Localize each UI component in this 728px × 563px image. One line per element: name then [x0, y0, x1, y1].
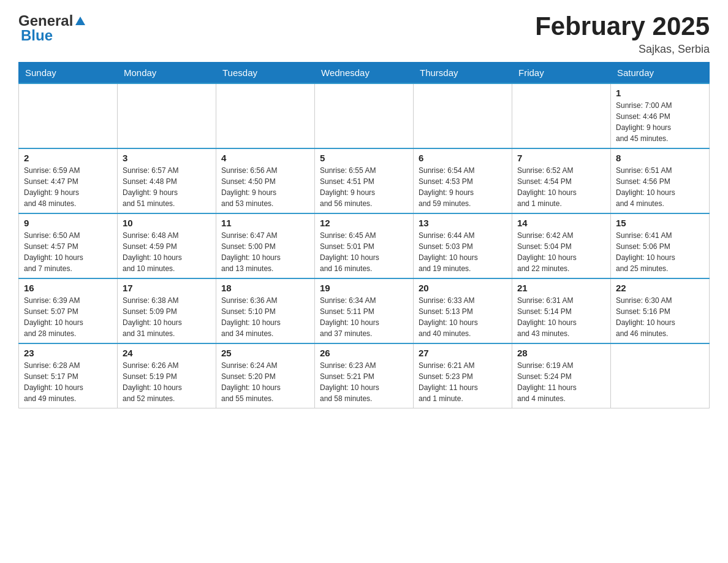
day-header-tuesday: Tuesday	[216, 63, 315, 84]
calendar-day-cell: 22Sunrise: 6:30 AM Sunset: 5:16 PM Dayli…	[611, 278, 710, 343]
day-header-friday: Friday	[512, 63, 611, 84]
day-number: 12	[320, 218, 408, 228]
day-number: 11	[221, 218, 309, 228]
day-number: 9	[24, 218, 112, 228]
day-number: 6	[419, 153, 507, 163]
day-number: 4	[221, 153, 309, 163]
calendar-day-cell: 23Sunrise: 6:28 AM Sunset: 5:17 PM Dayli…	[19, 343, 118, 408]
day-info: Sunrise: 6:59 AM Sunset: 4:47 PM Dayligh…	[24, 165, 112, 209]
calendar-day-cell: 15Sunrise: 6:41 AM Sunset: 5:06 PM Dayli…	[611, 213, 710, 278]
calendar-table: SundayMondayTuesdayWednesdayThursdayFrid…	[18, 62, 710, 408]
page-header: General Blue February 2025 Sajkas, Serbi…	[18, 12, 710, 56]
day-number: 5	[320, 153, 408, 163]
day-info: Sunrise: 6:19 AM Sunset: 5:24 PM Dayligh…	[517, 360, 605, 404]
day-number: 16	[24, 283, 112, 293]
day-header-wednesday: Wednesday	[315, 63, 414, 84]
day-info: Sunrise: 6:56 AM Sunset: 4:50 PM Dayligh…	[221, 165, 309, 209]
calendar-day-cell: 14Sunrise: 6:42 AM Sunset: 5:04 PM Dayli…	[512, 213, 611, 278]
calendar-subtitle: Sajkas, Serbia	[535, 43, 710, 56]
day-number: 17	[123, 283, 211, 293]
day-info: Sunrise: 6:26 AM Sunset: 5:19 PM Dayligh…	[123, 360, 211, 404]
day-info: Sunrise: 6:52 AM Sunset: 4:54 PM Dayligh…	[517, 165, 605, 209]
day-info: Sunrise: 6:34 AM Sunset: 5:11 PM Dayligh…	[320, 295, 408, 339]
day-info: Sunrise: 6:42 AM Sunset: 5:04 PM Dayligh…	[517, 230, 605, 274]
calendar-day-cell: 18Sunrise: 6:36 AM Sunset: 5:10 PM Dayli…	[216, 278, 315, 343]
day-info: Sunrise: 6:38 AM Sunset: 5:09 PM Dayligh…	[123, 295, 211, 339]
day-info: Sunrise: 6:51 AM Sunset: 4:56 PM Dayligh…	[616, 165, 704, 209]
calendar-day-cell: 13Sunrise: 6:44 AM Sunset: 5:03 PM Dayli…	[414, 213, 512, 278]
day-number: 19	[320, 283, 408, 293]
logo-blue-text: Blue	[21, 27, 53, 44]
day-number: 23	[24, 348, 112, 358]
calendar-week-row: 1Sunrise: 7:00 AM Sunset: 4:46 PM Daylig…	[19, 83, 710, 148]
calendar-day-cell: 19Sunrise: 6:34 AM Sunset: 5:11 PM Dayli…	[315, 278, 414, 343]
day-info: Sunrise: 6:54 AM Sunset: 4:53 PM Dayligh…	[419, 165, 507, 209]
day-number: 25	[221, 348, 309, 358]
calendar-day-cell	[414, 83, 512, 148]
day-number: 24	[123, 348, 211, 358]
day-header-sunday: Sunday	[19, 63, 118, 84]
calendar-week-row: 2Sunrise: 6:59 AM Sunset: 4:47 PM Daylig…	[19, 148, 710, 213]
day-info: Sunrise: 6:23 AM Sunset: 5:21 PM Dayligh…	[320, 360, 408, 404]
calendar-day-cell: 9Sunrise: 6:50 AM Sunset: 4:57 PM Daylig…	[19, 213, 118, 278]
day-number: 8	[616, 153, 704, 163]
day-info: Sunrise: 6:33 AM Sunset: 5:13 PM Dayligh…	[419, 295, 507, 339]
day-info: Sunrise: 6:21 AM Sunset: 5:23 PM Dayligh…	[419, 360, 507, 404]
calendar-header-row: SundayMondayTuesdayWednesdayThursdayFrid…	[19, 63, 710, 84]
day-number: 1	[616, 88, 704, 98]
day-info: Sunrise: 6:39 AM Sunset: 5:07 PM Dayligh…	[24, 295, 112, 339]
calendar-day-cell: 16Sunrise: 6:39 AM Sunset: 5:07 PM Dayli…	[19, 278, 118, 343]
day-info: Sunrise: 6:45 AM Sunset: 5:01 PM Dayligh…	[320, 230, 408, 274]
calendar-day-cell	[512, 83, 611, 148]
day-info: Sunrise: 6:31 AM Sunset: 5:14 PM Dayligh…	[517, 295, 605, 339]
svg-marker-0	[75, 17, 85, 25]
calendar-day-cell	[611, 343, 710, 408]
day-header-thursday: Thursday	[414, 63, 512, 84]
calendar-day-cell: 5Sunrise: 6:55 AM Sunset: 4:51 PM Daylig…	[315, 148, 414, 213]
calendar-day-cell	[315, 83, 414, 148]
day-info: Sunrise: 6:28 AM Sunset: 5:17 PM Dayligh…	[24, 360, 112, 404]
calendar-day-cell: 6Sunrise: 6:54 AM Sunset: 4:53 PM Daylig…	[414, 148, 512, 213]
calendar-day-cell: 25Sunrise: 6:24 AM Sunset: 5:20 PM Dayli…	[216, 343, 315, 408]
day-number: 20	[419, 283, 507, 293]
calendar-day-cell: 8Sunrise: 6:51 AM Sunset: 4:56 PM Daylig…	[611, 148, 710, 213]
day-number: 7	[517, 153, 605, 163]
logo-triangle-icon	[74, 15, 86, 28]
calendar-day-cell: 1Sunrise: 7:00 AM Sunset: 4:46 PM Daylig…	[611, 83, 710, 148]
calendar-day-cell	[216, 83, 315, 148]
calendar-day-cell: 28Sunrise: 6:19 AM Sunset: 5:24 PM Dayli…	[512, 343, 611, 408]
calendar-title: February 2025	[535, 12, 710, 40]
day-info: Sunrise: 6:24 AM Sunset: 5:20 PM Dayligh…	[221, 360, 309, 404]
day-header-monday: Monday	[118, 63, 216, 84]
calendar-day-cell	[19, 83, 118, 148]
day-info: Sunrise: 6:36 AM Sunset: 5:10 PM Dayligh…	[221, 295, 309, 339]
day-info: Sunrise: 6:41 AM Sunset: 5:06 PM Dayligh…	[616, 230, 704, 274]
day-number: 22	[616, 283, 704, 293]
day-number: 3	[123, 153, 211, 163]
calendar-day-cell: 12Sunrise: 6:45 AM Sunset: 5:01 PM Dayli…	[315, 213, 414, 278]
day-number: 28	[517, 348, 605, 358]
calendar-day-cell: 26Sunrise: 6:23 AM Sunset: 5:21 PM Dayli…	[315, 343, 414, 408]
day-header-saturday: Saturday	[611, 63, 710, 84]
calendar-day-cell: 10Sunrise: 6:48 AM Sunset: 4:59 PM Dayli…	[118, 213, 216, 278]
day-number: 18	[221, 283, 309, 293]
calendar-day-cell: 4Sunrise: 6:56 AM Sunset: 4:50 PM Daylig…	[216, 148, 315, 213]
day-info: Sunrise: 6:44 AM Sunset: 5:03 PM Dayligh…	[419, 230, 507, 274]
day-info: Sunrise: 7:00 AM Sunset: 4:46 PM Dayligh…	[616, 100, 704, 144]
day-number: 14	[517, 218, 605, 228]
day-number: 21	[517, 283, 605, 293]
day-number: 10	[123, 218, 211, 228]
calendar-day-cell: 2Sunrise: 6:59 AM Sunset: 4:47 PM Daylig…	[19, 148, 118, 213]
logo: General Blue	[18, 12, 86, 44]
day-number: 15	[616, 218, 704, 228]
calendar-week-row: 16Sunrise: 6:39 AM Sunset: 5:07 PM Dayli…	[19, 278, 710, 343]
title-block: February 2025 Sajkas, Serbia	[535, 12, 710, 56]
calendar-week-row: 23Sunrise: 6:28 AM Sunset: 5:17 PM Dayli…	[19, 343, 710, 408]
calendar-day-cell: 17Sunrise: 6:38 AM Sunset: 5:09 PM Dayli…	[118, 278, 216, 343]
day-number: 13	[419, 218, 507, 228]
calendar-day-cell: 24Sunrise: 6:26 AM Sunset: 5:19 PM Dayli…	[118, 343, 216, 408]
day-info: Sunrise: 6:30 AM Sunset: 5:16 PM Dayligh…	[616, 295, 704, 339]
day-number: 26	[320, 348, 408, 358]
calendar-day-cell: 11Sunrise: 6:47 AM Sunset: 5:00 PM Dayli…	[216, 213, 315, 278]
calendar-day-cell	[118, 83, 216, 148]
